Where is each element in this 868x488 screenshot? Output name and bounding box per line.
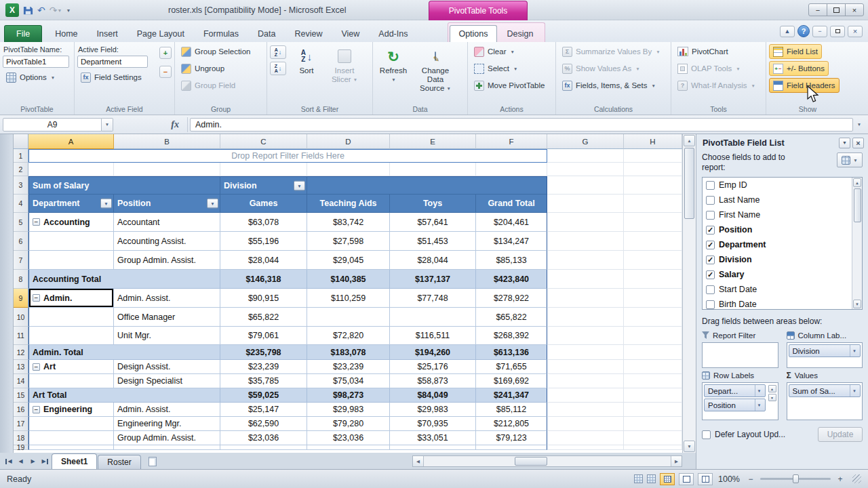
values-area[interactable]: Sum of Sa...▼	[787, 382, 863, 420]
pivot-value-cell[interactable]	[476, 445, 547, 450]
field-item-emp-id[interactable]: Emp ID	[703, 178, 852, 192]
pivot-value-cell[interactable]: $25,147	[220, 403, 307, 417]
pivot-value-cell[interactable]: $57,641	[390, 213, 476, 232]
olap-tools-button[interactable]: OLAP Tools ▼	[674, 61, 744, 76]
cell-h5[interactable]	[624, 213, 682, 232]
pivot-value-cell[interactable]: $29,045	[307, 251, 390, 270]
pivot-total-value[interactable]: $423,840	[476, 270, 547, 289]
field-chip-position[interactable]: Position▼	[704, 399, 766, 411]
panel-options-button[interactable]: ▼	[839, 138, 850, 148]
redo-button[interactable]: ↷▼	[50, 3, 62, 17]
cell-h19[interactable]	[624, 445, 682, 450]
show-values-as-button[interactable]: % Show Values As ▼	[559, 61, 644, 76]
pivot-value-cell[interactable]: $28,044	[220, 251, 307, 270]
tab-design[interactable]: Design	[498, 25, 542, 42]
report-filter-drop-zone[interactable]: Drop Report Filter Fields Here	[28, 149, 547, 163]
pivot-value-cell[interactable]: $83,742	[307, 213, 390, 232]
pivot-value-cell[interactable]	[390, 445, 476, 450]
workbook-close-button[interactable]: ×	[848, 26, 863, 37]
field-chip-depart[interactable]: Depart...▼	[704, 384, 766, 397]
tab-home[interactable]: Home	[46, 25, 86, 42]
group-field-button[interactable]: Group Field	[178, 78, 239, 93]
formula-input[interactable]: Admin.	[190, 118, 853, 131]
scroll-thumb[interactable]	[854, 188, 861, 222]
pivot-row-group-cell[interactable]: −Admin.	[28, 289, 114, 308]
cell-h2[interactable]	[624, 163, 682, 176]
pivot-position-cell[interactable]: Accounting Assist.	[114, 232, 220, 251]
minimize-button[interactable]: −	[808, 3, 827, 16]
workbook-minimize-button[interactable]: −	[812, 26, 827, 37]
pivot-row-group-cell[interactable]	[28, 431, 114, 445]
minimize-ribbon-button[interactable]: ▲	[780, 26, 795, 37]
pivot-header-fill[interactable]	[307, 176, 547, 195]
pivot-row-group-cell[interactable]: −Engineering	[28, 403, 114, 417]
horizontal-scroll-thumb[interactable]	[515, 457, 547, 466]
vertical-scroll-thumb[interactable]	[684, 148, 694, 219]
pivotchart-button[interactable]: PivotChart	[674, 44, 732, 59]
pivot-value-cell[interactable]: $71,655	[476, 360, 547, 374]
pivot-value-cell[interactable]	[307, 308, 390, 327]
cell-h17[interactable]	[624, 417, 682, 431]
cell-b2[interactable]	[114, 163, 220, 176]
pivot-value-cell[interactable]: $35,785	[220, 374, 307, 388]
help-button[interactable]: ?	[797, 25, 810, 37]
field-item-birth-date[interactable]: Birth Date	[703, 297, 852, 310]
field-item-position[interactable]: ✓Position	[703, 222, 852, 237]
pivot-value-cell[interactable]: $90,915	[220, 289, 307, 308]
field-chip-division[interactable]: Division▼	[789, 344, 861, 357]
horizontal-scrollbar[interactable]: ◀ ▶	[412, 455, 682, 467]
field-chip-sum-of-sa[interactable]: Sum of Sa...▼	[789, 384, 861, 397]
pivot-position-cell[interactable]: Accountant	[114, 213, 220, 232]
field-item-start-date[interactable]: Start Date	[703, 282, 852, 297]
row-header-4[interactable]: 4	[14, 195, 28, 213]
pivot-total-label-art-total[interactable]: Art Total	[28, 388, 220, 403]
excel-logo-icon[interactable]: X	[5, 3, 19, 17]
pivot-value-cell[interactable]: $23,239	[307, 360, 390, 374]
tab-insert[interactable]: Insert	[88, 25, 127, 42]
column-header-h[interactable]: H	[624, 134, 682, 149]
plus-minus-buttons-toggle[interactable]: +− +/- Buttons	[769, 61, 829, 76]
pivot-value-cell[interactable]: $65,822	[476, 308, 547, 327]
name-box-dropdown[interactable]: ▼	[102, 118, 113, 131]
field-item-department[interactable]: ✓Department	[703, 237, 852, 252]
column-labels-area[interactable]: Division▼	[787, 342, 863, 368]
expand-formula-bar-button[interactable]: ▼	[853, 118, 865, 131]
cell-h12[interactable]	[624, 345, 682, 360]
sort-descending-button[interactable]: ZA ↓	[270, 62, 286, 75]
row-header-5[interactable]: 5	[14, 213, 28, 232]
tab-file[interactable]: File	[4, 25, 42, 42]
pivot-total-value[interactable]: $194,260	[390, 345, 476, 360]
column-header-f[interactable]: F	[476, 134, 547, 149]
position-filter-button[interactable]: ▼	[207, 199, 218, 209]
column-header-b[interactable]: B	[114, 134, 220, 149]
qat-customize-button[interactable]: ▼	[66, 3, 71, 17]
field-checkbox[interactable]	[706, 196, 715, 205]
expand-entire-field-button[interactable]: +	[159, 47, 172, 59]
change-data-source-button[interactable]: ✎ Change Data Source▼	[414, 44, 457, 95]
cell-h1[interactable]	[624, 149, 682, 163]
pivot-value-cell[interactable]: $62,590	[220, 417, 307, 431]
pivot-value-cell[interactable]: $70,935	[390, 417, 476, 431]
scroll-down-button[interactable]: ▼	[853, 300, 861, 308]
field-checkbox[interactable]: ✓	[706, 270, 715, 279]
scroll-left-button[interactable]: ◀	[413, 456, 424, 466]
pivot-value-cell[interactable]: $23,036	[307, 431, 390, 445]
row-header-6[interactable]: 6	[14, 232, 28, 251]
pivot-total-label-admin-total[interactable]: Admin. Total	[28, 345, 220, 360]
tab-view[interactable]: View	[332, 25, 368, 42]
pivottable-name-input[interactable]: PivotTable1	[3, 56, 69, 68]
field-checkbox[interactable]: ✓	[706, 241, 715, 249]
collapse-group-button[interactable]: −	[33, 294, 40, 302]
collapse-group-button[interactable]: −	[33, 406, 40, 413]
pivot-row-group-cell[interactable]	[28, 445, 114, 450]
pivot-value-cell[interactable]: $65,822	[220, 308, 307, 327]
page-break-view-button[interactable]	[698, 473, 713, 485]
cell-g7[interactable]	[547, 251, 624, 270]
pivot-position-cell[interactable]: Office Manager	[114, 308, 220, 327]
row-header-11[interactable]: 11	[14, 327, 28, 345]
pivot-total-value[interactable]: $183,078	[307, 345, 390, 360]
pivot-value-cell[interactable]: $85,133	[476, 251, 547, 270]
zoom-out-button[interactable]: −	[745, 474, 756, 485]
group-selection-button[interactable]: Group Selection	[178, 44, 254, 59]
field-checkbox[interactable]	[706, 300, 715, 309]
